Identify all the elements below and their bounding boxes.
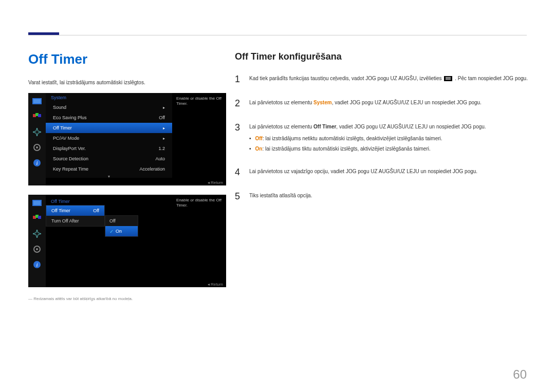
step-2: 2 Lai pārvietotos uz elementu System, va… xyxy=(235,97,528,110)
osd-panel-title: System xyxy=(46,93,172,102)
step-5: 5 Tiks iestatīta atlasītā opcija. xyxy=(235,190,528,203)
osd-row-pcav: PC/AV Mode▸ xyxy=(46,133,172,143)
osd-hint-text: Enable or disable the Off Timer. xyxy=(172,93,226,110)
intro-text: Varat iestatīt, lai izstrādājums automāt… xyxy=(28,80,226,85)
step-number: 3 xyxy=(235,121,242,155)
step-body: Tiks iestatīta atlasītā opcija. xyxy=(249,190,528,203)
step-body: Kad tiek parādīts funkcijas taustiņu ceļ… xyxy=(249,72,528,86)
picture-icon xyxy=(32,198,42,208)
chevron-down-icon: ▾ xyxy=(46,174,172,179)
osd-row-dp: DisplayPort Ver.1.2 xyxy=(46,143,172,154)
dropdown-option-off: Off xyxy=(105,216,138,226)
left-column: Off Timer Varat iestatīt, lai izstrādāju… xyxy=(28,51,226,301)
osd-row-keyrepeat: Key Repeat TimeAcceleration xyxy=(46,164,172,174)
osd-row-source: Source DetectionAuto xyxy=(46,154,172,164)
osd-row-offtimer: Off Timer▸ xyxy=(46,123,172,133)
keyword-offtimer: Off Timer xyxy=(313,124,336,129)
osd-row-offtimer-sub: Off TimerOff xyxy=(46,206,104,216)
bullet-on: •On: lai izstrādājums tiktu automātiski … xyxy=(249,145,528,153)
osd-return-label: ◂ Return xyxy=(208,282,223,287)
bullet-dot-icon: • xyxy=(249,145,251,153)
svg-rect-4 xyxy=(38,114,41,117)
bullet-list: •Off: lai izstrādājums netiktu automātis… xyxy=(249,135,528,153)
step-body: Lai pārvietotos uz elementu Off Timer, v… xyxy=(249,121,528,155)
color-icon xyxy=(32,111,42,122)
osd-row-eco: Eco Saving PlusOff xyxy=(46,113,172,123)
bullet-dot-icon: • xyxy=(249,135,251,142)
step-number: 4 xyxy=(235,165,242,179)
gear-icon xyxy=(32,142,42,153)
osd-return-label: ◂ Return xyxy=(208,180,223,185)
svg-rect-10 xyxy=(33,201,41,205)
osd-screenshot-system: i System Sound▸ Eco Saving PlusOff Off T… xyxy=(28,93,226,185)
right-column: Off Timer konfigurēšana 1 Kad tiek parād… xyxy=(235,51,528,214)
step-1: 1 Kad tiek parādīts funkcijas taustiņu c… xyxy=(235,72,528,86)
color-icon xyxy=(32,213,42,223)
svg-rect-1 xyxy=(33,99,41,103)
page-title: Off Timer xyxy=(28,51,226,67)
header-divider xyxy=(28,35,527,35)
svg-point-15 xyxy=(36,248,38,250)
osd-hint-text: Enable or disable the Off Timer. xyxy=(172,195,226,212)
page-number: 60 xyxy=(513,367,527,382)
resize-icon xyxy=(32,127,42,137)
check-icon: ✓ xyxy=(109,229,114,234)
info-icon: i xyxy=(32,259,42,270)
svg-rect-13 xyxy=(38,216,41,219)
menu-icon xyxy=(444,76,452,81)
gear-icon xyxy=(32,244,42,254)
section-title: Off Timer konfigurēšana xyxy=(235,51,528,62)
svg-text:i: i xyxy=(36,262,38,268)
osd-main-panel: System Sound▸ Eco Saving PlusOff Off Tim… xyxy=(46,93,172,178)
step-list: 1 Kad tiek parādīts funkcijas taustiņu c… xyxy=(235,72,528,203)
bullet-off: •Off: lai izstrādājums netiktu automātis… xyxy=(249,135,528,142)
osd-dropdown: Off ✓On xyxy=(105,215,138,237)
step-body: Lai pārvietotos uz vajadzīgo opciju, vad… xyxy=(249,165,528,179)
osd-sub-panel: Off TimerOff Turn Off After xyxy=(46,205,105,227)
step-number: 2 xyxy=(235,97,242,110)
osd-row-sound: Sound▸ xyxy=(46,102,172,113)
keyword-system: System xyxy=(313,100,332,105)
step-body: Lai pārvietotos uz elementu System, vadi… xyxy=(249,97,528,110)
image-disclaimer-note: ― Redzamais attēls var būt atšķirīgs atk… xyxy=(28,296,226,301)
osd-row-turnoffafter: Turn Off After xyxy=(46,216,104,226)
picture-icon xyxy=(32,96,42,106)
resize-icon xyxy=(32,229,42,239)
svg-text:i: i xyxy=(36,160,38,166)
osd-screenshot-offtimer: i Off Timer Off TimerOff Turn Off After … xyxy=(28,195,226,287)
dropdown-option-on: ✓On xyxy=(105,226,138,236)
step-number: 1 xyxy=(235,72,242,86)
svg-point-6 xyxy=(36,146,38,148)
step-number: 5 xyxy=(235,190,242,203)
step-4: 4 Lai pārvietotos uz vajadzīgo opciju, v… xyxy=(235,165,528,179)
osd-sidebar: i xyxy=(28,93,46,185)
step-3: 3 Lai pārvietotos uz elementu Off Timer,… xyxy=(235,121,528,155)
osd-sidebar: i xyxy=(28,195,46,287)
info-icon: i xyxy=(32,158,42,168)
